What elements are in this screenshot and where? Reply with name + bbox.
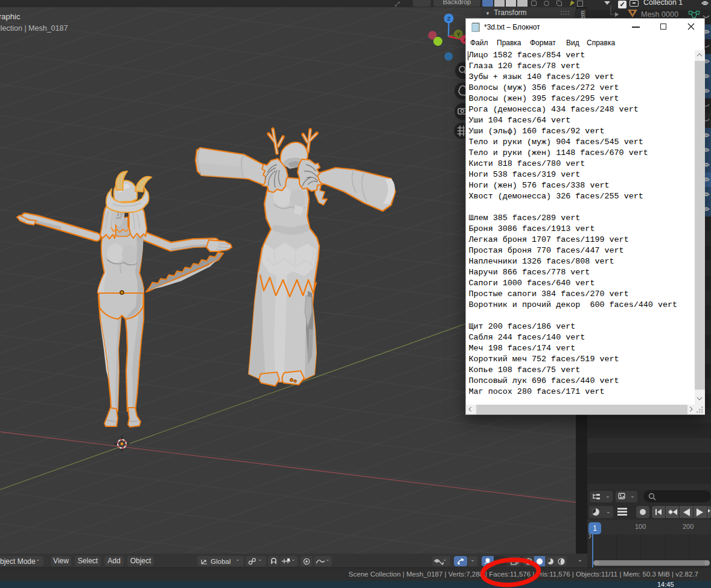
svg-text:Z: Z xyxy=(447,16,451,22)
svg-text:Y: Y xyxy=(456,31,460,37)
